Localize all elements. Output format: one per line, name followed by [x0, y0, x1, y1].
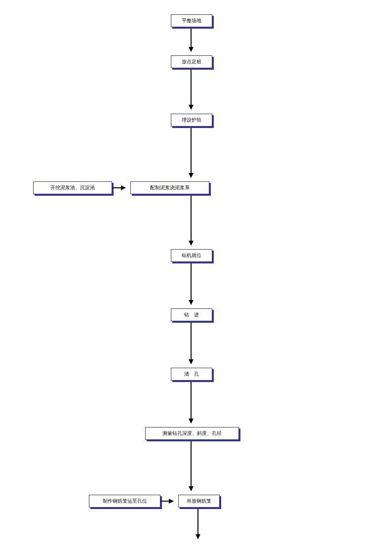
- node-label: 配制泥浆浇泥浆系: [150, 184, 190, 191]
- node-hoist-cage: 吊放钢筋笼: [178, 495, 220, 508]
- node-drill-position: 钻机就位: [171, 249, 212, 262]
- arrow-down-icon: [191, 29, 192, 51]
- node-level-ground: 平整场地: [171, 14, 212, 27]
- node-label: 钻机就位: [182, 252, 201, 259]
- node-label: 钻 进: [184, 311, 199, 318]
- node-label: 放点定桩: [182, 58, 201, 65]
- arrow-down-icon: [191, 323, 192, 364]
- node-mud-pool: 开挖泥浆池、沉淀池: [33, 181, 112, 194]
- node-drilling: 钻 进: [171, 308, 212, 321]
- node-mud-system: 配制泥浆浇泥浆系: [130, 181, 209, 194]
- node-label: 开挖泥浆池、沉淀池: [50, 184, 95, 191]
- node-label: 吊放钢筋笼: [187, 498, 211, 505]
- arrow-right-icon: [160, 501, 173, 502]
- node-embed-casing: 埋设护筒: [171, 114, 212, 127]
- node-label: 清 孔: [184, 371, 199, 378]
- arrow-down-icon: [191, 441, 192, 491]
- arrow-down-icon: [191, 196, 192, 245]
- node-label: 埋设护筒: [182, 117, 201, 124]
- node-label: 平整场地: [182, 17, 201, 24]
- arrow-down-icon: [191, 382, 192, 423]
- node-label: 制作钢筋笼运至孔位: [103, 498, 147, 505]
- node-label: 测量钻孔深度、斜度、孔径: [162, 430, 222, 437]
- arrow-down-icon: [197, 509, 198, 539]
- node-measure: 测量钻孔深度、斜度、孔径: [145, 427, 239, 440]
- node-make-cage: 制作钢筋笼运至孔位: [89, 495, 160, 508]
- arrow-right-icon: [112, 187, 125, 188]
- arrow-down-icon: [191, 263, 192, 304]
- node-set-points: 放点定桩: [171, 55, 212, 68]
- arrow-down-icon: [191, 128, 192, 177]
- arrow-down-icon: [191, 70, 192, 109]
- node-clean-hole: 清 孔: [171, 368, 212, 381]
